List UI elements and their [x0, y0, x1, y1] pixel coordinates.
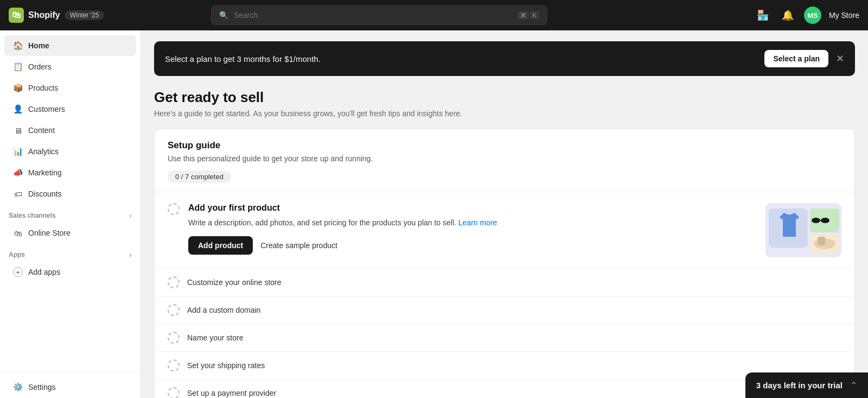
winter-badge: Winter '25 — [65, 10, 105, 20]
create-sample-product-button[interactable]: Create sample product — [260, 241, 337, 250]
online-store-icon: 🛍 — [13, 228, 23, 238]
sidebar-bottom: ⚙️ Settings — [0, 371, 141, 398]
search-bar[interactable]: 🔍 ⌘ K — [211, 5, 547, 25]
sidebar-label-online-store: Online Store — [28, 229, 71, 237]
payment-label: Set up a payment provider — [187, 389, 276, 397]
sidebar-label-add-apps: Add apps — [28, 268, 60, 276]
search-icon: 🔍 — [219, 11, 228, 20]
custom-domain-check-circle — [168, 304, 180, 316]
customers-icon: 👤 — [13, 104, 23, 114]
sidebar-item-orders[interactable]: 📋 Orders — [4, 56, 136, 77]
sales-channels-section: Sales channels › — [0, 205, 141, 222]
top-navigation: 🛍 Shopify Winter '25 🔍 ⌘ K 🏪 🔔 MS My Sto… — [0, 0, 868, 30]
trial-collapse-button[interactable]: ⌃ — [850, 380, 857, 390]
sidebar: 🏠 Home 📋 Orders 📦 Products 👤 Customers 🖥 — [0, 30, 141, 398]
discounts-icon: 🏷 — [13, 189, 23, 199]
sidebar-item-marketing[interactable]: 📣 Marketing — [4, 162, 136, 183]
notification-bell-button[interactable]: 🔔 — [779, 7, 796, 24]
products-icon: 📦 — [13, 83, 23, 93]
sidebar-label-products: Products — [28, 84, 58, 92]
trial-banner: 3 days left in your trial ⌃ — [745, 372, 868, 398]
hero-subtitle: Here's a guide to get started. As your b… — [154, 109, 855, 118]
trial-days-number: 3 — [756, 381, 761, 390]
sidebar-item-settings[interactable]: ⚙️ Settings — [4, 377, 136, 397]
setup-item-name-store[interactable]: Name your store — [155, 324, 854, 351]
marketing-icon: 📣 — [13, 168, 23, 178]
setup-card-header: Setup guide Use this personalized guide … — [155, 129, 854, 192]
orders-icon: 📋 — [13, 62, 23, 72]
sidebar-label-customers: Customers — [28, 105, 65, 113]
product-illustration — [765, 203, 841, 257]
home-icon: 🏠 — [13, 41, 23, 50]
search-shortcut: ⌘ K — [518, 11, 539, 20]
svg-rect-8 — [818, 237, 825, 245]
avatar[interactable]: MS — [804, 7, 821, 24]
shopify-logo: 🛍 Shopify Winter '25 — [9, 8, 104, 23]
add-product-learn-more-link[interactable]: Learn more — [458, 218, 497, 227]
sales-channels-label: Sales channels — [9, 212, 56, 219]
customize-store-label: Customize your online store — [187, 278, 282, 287]
sidebar-item-home[interactable]: 🏠 Home — [4, 35, 136, 56]
shopify-bag-icon: 🛍 — [9, 8, 24, 23]
sidebar-label-discounts: Discounts — [28, 189, 61, 198]
add-apps-icon: + — [13, 267, 23, 277]
sidebar-label-content: Content — [28, 126, 55, 135]
setup-item-add-product: Add your first product Write a descripti… — [155, 192, 854, 268]
add-product-title: Add your first product — [188, 203, 757, 213]
sidebar-item-analytics[interactable]: 📊 Analytics — [4, 141, 136, 162]
shipping-check-circle — [168, 359, 180, 371]
storefront-icon-button[interactable]: 🏪 — [754, 7, 771, 24]
apps-chevron-icon: › — [129, 250, 132, 259]
add-product-actions: Add product Create sample product — [188, 236, 757, 255]
store-name: My Store — [829, 11, 859, 20]
sidebar-label-marketing: Marketing — [28, 168, 61, 177]
settings-icon: ⚙️ — [13, 382, 23, 392]
add-product-button[interactable]: Add product — [188, 236, 253, 255]
shortcut-symbol: ⌘ — [518, 11, 529, 20]
shipping-label: Set your shipping rates — [187, 361, 265, 370]
add-product-desc: Write a description, add photos, and set… — [188, 217, 757, 229]
shortcut-key: K — [530, 11, 539, 19]
main-layout: 🏠 Home 📋 Orders 📦 Products 👤 Customers 🖥 — [0, 30, 868, 398]
name-store-label: Name your store — [187, 333, 243, 342]
trial-days: 3 days left in your trial — [756, 381, 843, 390]
trial-message: days left in your trial — [763, 381, 843, 390]
setup-item-customize-store[interactable]: Customize your online store — [155, 268, 854, 296]
sidebar-item-customers[interactable]: 👤 Customers — [4, 99, 136, 119]
sidebar-item-discounts[interactable]: 🏷 Discounts — [4, 184, 136, 204]
sidebar-label-orders: Orders — [28, 62, 52, 71]
setup-item-custom-domain[interactable]: Add a custom domain — [155, 296, 854, 324]
custom-domain-label: Add a custom domain — [187, 306, 260, 314]
sidebar-label-home: Home — [28, 41, 49, 50]
setup-guide-description: Use this personalized guide to get your … — [168, 154, 841, 163]
banner-close-button[interactable]: ✕ — [836, 53, 844, 65]
plan-banner: Select a plan to get 3 months for $1/mon… — [154, 41, 855, 76]
svg-point-4 — [821, 218, 829, 223]
content-icon: 🖥 — [13, 125, 23, 135]
apps-label: Apps — [9, 251, 25, 258]
setup-guide-title: Setup guide — [168, 140, 841, 151]
search-input[interactable] — [234, 11, 512, 20]
product-illustration-svg — [765, 203, 841, 257]
topnav-right: 🏪 🔔 MS My Store — [754, 7, 859, 24]
svg-point-3 — [812, 218, 820, 223]
sales-channels-chevron-icon: › — [129, 211, 132, 220]
select-plan-button[interactable]: Select a plan — [764, 50, 828, 67]
setup-guide-card: Setup guide Use this personalized guide … — [154, 129, 855, 398]
hero-title: Get ready to sell — [154, 89, 855, 106]
name-store-check-circle — [168, 332, 180, 344]
sidebar-item-online-store[interactable]: 🛍 Online Store — [4, 223, 136, 243]
sidebar-item-add-apps[interactable]: + Add apps — [4, 262, 136, 282]
app-name: Shopify — [28, 10, 60, 20]
add-product-check-circle[interactable] — [168, 203, 180, 215]
apps-section: Apps › — [0, 244, 141, 261]
analytics-icon: 📊 — [13, 147, 23, 156]
payment-check-circle — [168, 387, 180, 398]
banner-text: Select a plan to get 3 months for $1/mon… — [165, 54, 764, 64]
sidebar-label-analytics: Analytics — [28, 147, 59, 156]
sidebar-label-settings: Settings — [28, 383, 56, 391]
add-product-content: Add your first product Write a descripti… — [188, 203, 757, 255]
sidebar-item-products[interactable]: 📦 Products — [4, 78, 136, 98]
sidebar-item-content[interactable]: 🖥 Content — [4, 120, 136, 141]
customize-store-check-circle — [168, 276, 180, 288]
